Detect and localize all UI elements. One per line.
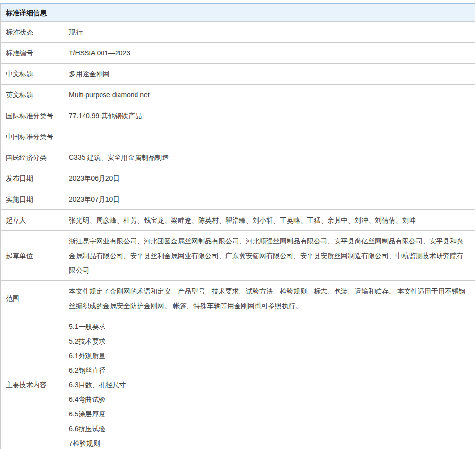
content-line: 6.1外观质量: [69, 348, 469, 363]
value-text: 多用途金刚网: [69, 67, 469, 81]
row-value: [64, 126, 475, 147]
table-row: 起草单位浙江昆宇网业有限公司、河北团圆金属丝网制品有限公司、河北顺强丝网制品有限…: [1, 231, 475, 281]
row-value: C335 建筑、安全用金属制品制造: [64, 147, 475, 168]
row-value: 2023年07月10日: [64, 189, 475, 209]
table-row: 主要技术内容5.1一般要求5.2技术要求6.1外观质量6.2钢丝直径6.3目数、…: [1, 316, 475, 449]
row-label: 起草单位: [1, 231, 64, 280]
table-title: 标准详细信息: [1, 4, 475, 22]
value-text: 77.140.99 其他钢铁产品: [69, 108, 469, 123]
content-line: 6.3目数、孔径尺寸: [69, 378, 469, 392]
value-text: 2023年06月20日: [69, 171, 469, 186]
table-row: 国际标准分类号77.140.99 其他钢铁产品: [1, 105, 475, 126]
content-line: 6.2钢丝直径: [69, 363, 469, 378]
value-text: Multi-purpose diamond net: [69, 87, 469, 102]
value-text: 张光明、周彦峰、杜芳、钱宝龙、梁畔逢、陈英村、翟浩臻、刘小轩、王英略、王猛、余其…: [69, 213, 469, 227]
row-label: 起草人: [1, 210, 64, 230]
content-line: 6.5涂层厚度: [69, 407, 469, 421]
table-row: 发布日期2023年06月20日: [1, 168, 475, 189]
row-label: 英文标题: [1, 85, 64, 105]
row-value: 多用途金刚网: [64, 64, 475, 84]
value-text: 现行: [69, 25, 469, 39]
row-label: 发布日期: [1, 168, 64, 189]
table-row: 标准状态现行: [1, 22, 475, 43]
value-text: C335 建筑、安全用金属制品制造: [69, 150, 469, 165]
value-text: T/HSSIA 001—2023: [69, 46, 469, 60]
row-value: 本文件规定了金刚网的术语和定义、产品型号、技术要求、试验方法、检验规则、标志、包…: [64, 281, 475, 316]
row-label: 国民经济分类: [1, 147, 64, 168]
row-label: 中国标准分类号: [1, 126, 64, 147]
content-line: 6.6抗压试验: [69, 421, 469, 436]
content-line: 5.1一般要求: [69, 319, 469, 334]
table-row: 中文标题多用途金刚网: [1, 64, 475, 85]
row-label: 国际标准分类号: [1, 105, 64, 126]
row-value: T/HSSIA 001—2023: [64, 43, 475, 63]
row-value: 现行: [64, 22, 475, 42]
row-value: 张光明、周彦峰、杜芳、钱宝龙、梁畔逢、陈英村、翟浩臻、刘小轩、王英略、王猛、余其…: [64, 210, 475, 230]
row-label: 主要技术内容: [1, 316, 64, 449]
standard-detail-table: 标准详细信息 标准状态现行标准编号T/HSSIA 001—2023中文标题多用途…: [0, 3, 475, 449]
table-rows: 标准状态现行标准编号T/HSSIA 001—2023中文标题多用途金刚网英文标题…: [1, 22, 475, 449]
content-line: 7检验规则: [69, 436, 469, 449]
table-row: 英文标题Multi-purpose diamond net: [1, 85, 475, 105]
table-row: 实施日期2023年07月10日: [1, 189, 475, 210]
value-text: 本文件规定了金刚网的术语和定义、产品型号、技术要求、试验方法、检验规则、标志、包…: [69, 284, 469, 313]
table-row: 范围本文件规定了金刚网的术语和定义、产品型号、技术要求、试验方法、检验规则、标志…: [1, 281, 475, 316]
row-label: 实施日期: [1, 189, 64, 209]
value-text: 浙江昆宇网业有限公司、河北团圆金属丝网制品有限公司、河北顺强丝网制品有限公司、安…: [69, 234, 469, 277]
row-label: 标准状态: [1, 22, 64, 42]
row-value: Multi-purpose diamond net: [64, 85, 475, 105]
row-value: 浙江昆宇网业有限公司、河北团圆金属丝网制品有限公司、河北顺强丝网制品有限公司、安…: [64, 231, 475, 280]
table-row: 中国标准分类号: [1, 126, 475, 147]
content-line: 5.2技术要求: [69, 334, 469, 348]
row-value: 2023年06月20日: [64, 168, 475, 189]
table-row: 国民经济分类C335 建筑、安全用金属制品制造: [1, 147, 475, 168]
row-value: 5.1一般要求5.2技术要求6.1外观质量6.2钢丝直径6.3目数、孔径尺寸6.…: [64, 316, 475, 449]
row-label: 中文标题: [1, 64, 64, 84]
row-label: 标准编号: [1, 43, 64, 63]
row-label: 范围: [1, 281, 64, 316]
row-value: 77.140.99 其他钢铁产品: [64, 105, 475, 126]
table-row: 标准编号T/HSSIA 001—2023: [1, 43, 475, 64]
content-line: 6.4弯曲试验: [69, 392, 469, 407]
value-text: 2023年07月10日: [69, 192, 469, 207]
table-row: 起草人张光明、周彦峰、杜芳、钱宝龙、梁畔逢、陈英村、翟浩臻、刘小轩、王英略、王猛…: [1, 210, 475, 231]
